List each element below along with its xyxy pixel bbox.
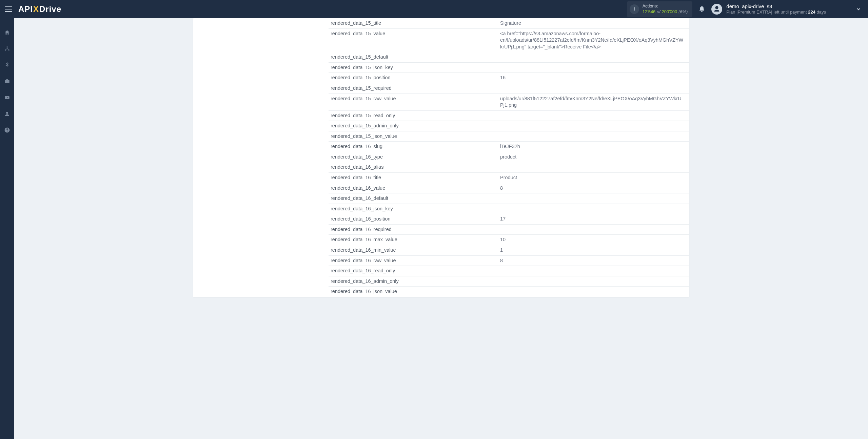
- row-value: 1: [498, 245, 689, 255]
- key-value-table: rendered_data_15_titleSignaturerendered_…: [329, 18, 689, 297]
- row-key: rendered_data_16_json_value: [329, 287, 498, 297]
- svg-point-0: [6, 46, 7, 47]
- expand-user-menu-button[interactable]: [856, 6, 861, 12]
- table-row[interactable]: rendered_data_15_required: [329, 83, 689, 93]
- actions-of: of: [655, 9, 662, 14]
- row-value: 10: [498, 235, 689, 245]
- actions-pct: (6%): [677, 9, 688, 14]
- table-row[interactable]: rendered_data_16_raw_value8: [329, 255, 689, 266]
- row-value: [498, 131, 689, 142]
- sidebar-billing[interactable]: [0, 61, 14, 69]
- table-row[interactable]: rendered_data_16_required: [329, 224, 689, 235]
- table-row[interactable]: rendered_data_16_max_value10: [329, 235, 689, 245]
- row-value: [498, 162, 689, 173]
- table-row[interactable]: rendered_data_15_titleSignature: [329, 18, 689, 28]
- row-value: iTeJF32h: [498, 142, 689, 152]
- sidebar-account[interactable]: [0, 110, 14, 118]
- topbar: APIXDrive i Actions: 12'546 of 200'000 (…: [0, 0, 868, 18]
- row-key: rendered_data_16_raw_value: [329, 255, 498, 266]
- row-value: [498, 266, 689, 276]
- row-value: [498, 276, 689, 287]
- row-value: Product: [498, 173, 689, 183]
- sidebar-video[interactable]: [0, 93, 14, 102]
- row-key: rendered_data_15_title: [329, 18, 498, 28]
- row-value: 8: [498, 183, 689, 193]
- table-row[interactable]: rendered_data_16_json_value: [329, 287, 689, 297]
- key-value-table-area: rendered_data_15_titleSignaturerendered_…: [329, 18, 689, 297]
- actions-text: Actions: 12'546 of 200'000 (6%): [643, 3, 688, 15]
- actions-counter[interactable]: i Actions: 12'546 of 200'000 (6%): [627, 1, 693, 17]
- plan-prefix: Plan |: [726, 9, 737, 15]
- sidebar-briefcase[interactable]: [0, 77, 14, 85]
- main-content: rendered_data_15_titleSignaturerendered_…: [14, 18, 868, 439]
- svg-point-5: [6, 112, 8, 114]
- row-value: [498, 52, 689, 63]
- table-row[interactable]: rendered_data_16_read_only: [329, 266, 689, 276]
- table-row[interactable]: rendered_data_16_value8: [329, 183, 689, 193]
- sidebar-home[interactable]: [0, 28, 14, 37]
- logo[interactable]: APIXDrive: [18, 4, 61, 14]
- info-icon: i: [630, 4, 639, 14]
- row-key: rendered_data_16_admin_only: [329, 276, 498, 287]
- logo-api: API: [18, 4, 33, 14]
- svg-point-7: [7, 131, 7, 132]
- table-row[interactable]: rendered_data_15_value<a href="https://s…: [329, 28, 689, 52]
- row-value: [498, 193, 689, 204]
- user-text: demo_apix-drive_s3 Plan |Premium EXTRA| …: [726, 3, 826, 15]
- row-key: rendered_data_15_required: [329, 83, 498, 93]
- table-row[interactable]: rendered_data_15_read_only: [329, 110, 689, 121]
- row-value: Signature: [498, 18, 689, 28]
- menu-toggle-button[interactable]: [5, 6, 12, 12]
- row-key: rendered_data_15_json_value: [329, 131, 498, 142]
- row-value: 17: [498, 214, 689, 225]
- actions-label: Actions:: [643, 3, 688, 9]
- table-row[interactable]: rendered_data_15_admin_only: [329, 121, 689, 131]
- row-key: rendered_data_16_json_key: [329, 204, 498, 214]
- actions-current: 12'546: [643, 9, 656, 14]
- table-row[interactable]: rendered_data_16_json_key: [329, 204, 689, 214]
- table-row[interactable]: rendered_data_16_min_value1: [329, 245, 689, 255]
- table-row[interactable]: rendered_data_16_alias: [329, 162, 689, 173]
- table-row[interactable]: rendered_data_15_position16: [329, 73, 689, 83]
- row-key: rendered_data_16_slug: [329, 142, 498, 152]
- user-menu[interactable]: demo_apix-drive_s3 Plan |Premium EXTRA| …: [711, 3, 826, 15]
- row-value: [498, 121, 689, 131]
- row-value: [498, 110, 689, 121]
- avatar-icon: [711, 4, 722, 15]
- svg-point-1: [5, 49, 6, 50]
- plan-name: Premium EXTRA: [737, 9, 771, 15]
- table-row[interactable]: rendered_data_15_default: [329, 52, 689, 63]
- table-row[interactable]: rendered_data_15_json_value: [329, 131, 689, 142]
- row-value: [498, 83, 689, 93]
- row-key: rendered_data_16_default: [329, 193, 498, 204]
- row-key: rendered_data_16_value: [329, 183, 498, 193]
- sidebar: [0, 18, 14, 439]
- table-row[interactable]: rendered_data_16_default: [329, 193, 689, 204]
- table-row[interactable]: rendered_data_16_typeproduct: [329, 152, 689, 162]
- row-key: rendered_data_15_position: [329, 73, 498, 83]
- plan-days: 224: [808, 9, 815, 15]
- row-key: rendered_data_15_read_only: [329, 110, 498, 121]
- logo-drive: Drive: [39, 4, 61, 14]
- row-key: rendered_data_16_title: [329, 173, 498, 183]
- topbar-right: i Actions: 12'546 of 200'000 (6%) demo_a…: [627, 0, 868, 18]
- notifications-button[interactable]: [698, 6, 705, 13]
- topbar-left: APIXDrive: [0, 4, 61, 14]
- sidebar-help[interactable]: [0, 126, 14, 134]
- row-key: rendered_data_16_max_value: [329, 235, 498, 245]
- row-value: [498, 204, 689, 214]
- table-row[interactable]: rendered_data_16_position17: [329, 214, 689, 225]
- table-row[interactable]: rendered_data_16_slugiTeJF32h: [329, 142, 689, 152]
- row-key: rendered_data_16_type: [329, 152, 498, 162]
- table-row[interactable]: rendered_data_16_admin_only: [329, 276, 689, 287]
- table-row[interactable]: rendered_data_16_titleProduct: [329, 173, 689, 183]
- row-key: rendered_data_16_read_only: [329, 266, 498, 276]
- data-panel: rendered_data_15_titleSignaturerendered_…: [193, 18, 689, 297]
- table-row[interactable]: rendered_data_15_raw_valueuploads/ur/881…: [329, 93, 689, 110]
- sidebar-connections[interactable]: [0, 45, 14, 53]
- row-value: 16: [498, 73, 689, 83]
- row-key: rendered_data_16_position: [329, 214, 498, 225]
- table-row[interactable]: rendered_data_15_json_key: [329, 62, 689, 73]
- plan-line: Plan |Premium EXTRA| left until payment …: [726, 9, 826, 15]
- row-key: rendered_data_16_min_value: [329, 245, 498, 255]
